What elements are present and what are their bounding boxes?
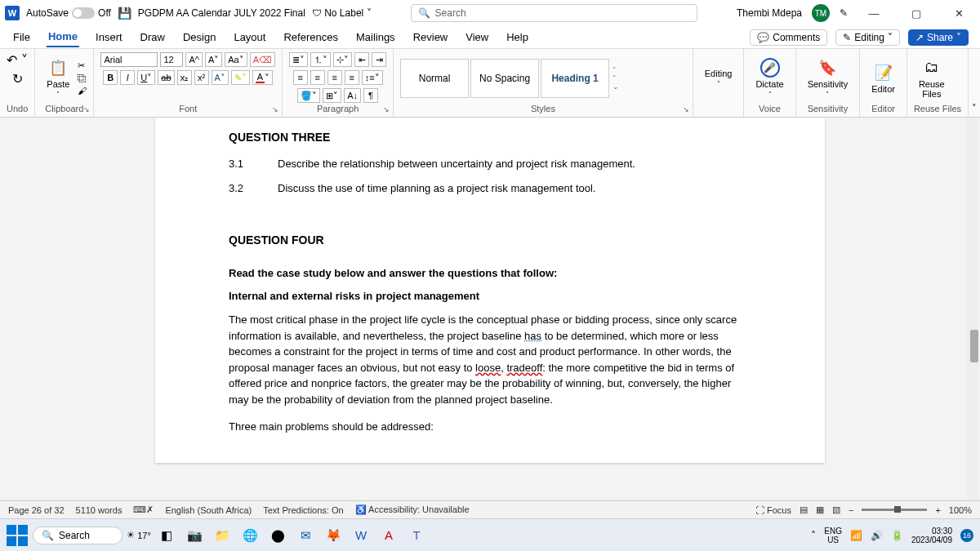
- search-input[interactable]: 🔍 Search: [411, 4, 697, 22]
- format-painter-icon[interactable]: 🖌: [78, 86, 87, 96]
- ribbon-display-icon[interactable]: ✎: [840, 7, 848, 19]
- shading-icon[interactable]: 🪣˅: [297, 88, 320, 103]
- highlight-icon[interactable]: ✎˅: [231, 70, 250, 85]
- battery-icon[interactable]: 🔋: [891, 530, 903, 541]
- acrobat-icon[interactable]: A: [377, 524, 400, 547]
- undo-icon[interactable]: ↶ ˅: [7, 52, 27, 68]
- start-button[interactable]: [7, 525, 28, 546]
- language-indicator[interactable]: ENGUS: [824, 527, 842, 544]
- styles-launcher-icon[interactable]: ↘: [683, 105, 689, 113]
- paste-button[interactable]: 📋 Paste ˅: [42, 56, 74, 100]
- bullets-icon[interactable]: ≣˅: [289, 52, 308, 67]
- tab-draw[interactable]: Draw: [139, 28, 167, 47]
- style-no-spacing[interactable]: No Spacing: [470, 59, 539, 98]
- sensitivity-label[interactable]: 🛡 No Label ˅: [312, 7, 372, 19]
- grow-font-icon[interactable]: A^: [185, 52, 203, 67]
- vertical-scrollbar[interactable]: [967, 118, 978, 500]
- styles-scroll[interactable]: ˄˅⌄: [612, 66, 619, 91]
- scrollbar-thumb[interactable]: [970, 330, 978, 362]
- text-effects-icon[interactable]: A˅: [212, 70, 229, 85]
- tab-review[interactable]: Review: [412, 28, 450, 47]
- autosave-toggle[interactable]: AutoSave Off: [26, 7, 111, 19]
- tab-view[interactable]: View: [464, 28, 490, 47]
- font-size-input[interactable]: [160, 52, 183, 67]
- close-button[interactable]: ✕: [942, 7, 975, 20]
- sort-icon[interactable]: A↓: [344, 88, 361, 103]
- increase-indent-icon[interactable]: ⇥: [372, 52, 386, 67]
- explorer-icon[interactable]: 📁: [211, 524, 234, 547]
- outlook-icon[interactable]: ✉: [294, 524, 317, 547]
- multilevel-icon[interactable]: ⊹˅: [333, 52, 352, 67]
- borders-icon[interactable]: ⊞˅: [323, 88, 341, 103]
- spellcheck-icon[interactable]: ⌨✗: [133, 504, 154, 515]
- styles-gallery[interactable]: Normal No Spacing Heading 1: [400, 59, 609, 98]
- clipboard-launcher-icon[interactable]: ↘: [83, 105, 90, 113]
- align-left-icon[interactable]: ≡: [293, 70, 308, 85]
- minimize-button[interactable]: —: [858, 7, 890, 20]
- tab-mailings[interactable]: Mailings: [354, 28, 397, 47]
- tray-chevron-icon[interactable]: ˄: [811, 530, 816, 541]
- tab-help[interactable]: Help: [505, 28, 530, 47]
- underline-icon[interactable]: U˅: [137, 70, 155, 85]
- bold-icon[interactable]: B: [103, 70, 118, 85]
- line-spacing-icon[interactable]: ↕≡˅: [362, 70, 383, 85]
- status-page[interactable]: Page 26 of 32: [8, 505, 65, 515]
- dictate-button[interactable]: 🎤Dictate˅: [751, 56, 788, 100]
- comments-button[interactable]: 💬 Comments: [750, 29, 827, 46]
- zoom-slider[interactable]: [862, 509, 927, 511]
- status-language[interactable]: English (South Africa): [165, 505, 252, 515]
- focus-mode-button[interactable]: ⛶ Focus: [755, 505, 791, 515]
- redo-icon[interactable]: ↻: [12, 71, 23, 87]
- tab-file[interactable]: File: [11, 28, 32, 47]
- tab-home[interactable]: Home: [47, 27, 79, 47]
- weather-widget[interactable]: ☀17°: [127, 524, 150, 547]
- document-area[interactable]: ▲ QUESTION THREE 3.1 Describe the relati…: [0, 118, 980, 500]
- taskbar-search[interactable]: 🔍Search: [33, 527, 122, 544]
- firefox-icon[interactable]: 🦊: [322, 524, 345, 547]
- print-layout-icon[interactable]: ▦: [816, 504, 824, 515]
- camera-app-icon[interactable]: 📷: [183, 524, 206, 547]
- chrome-icon[interactable]: ⬤: [266, 524, 289, 547]
- word-taskbar-icon[interactable]: W: [350, 524, 372, 547]
- toggle-icon[interactable]: [72, 7, 95, 19]
- subscript-icon[interactable]: x₂: [177, 70, 192, 85]
- numbering-icon[interactable]: ⒈˅: [310, 52, 331, 67]
- status-predictions[interactable]: Text Predictions: On: [263, 505, 343, 515]
- shrink-font-icon[interactable]: A˅: [205, 52, 222, 67]
- editor-button[interactable]: 📝Editor: [866, 61, 900, 96]
- tab-design[interactable]: Design: [181, 28, 217, 47]
- task-view-icon[interactable]: ◧: [155, 524, 178, 547]
- web-layout-icon[interactable]: ▧: [832, 504, 840, 515]
- notification-badge[interactable]: 16: [960, 529, 973, 542]
- teams-icon[interactable]: T: [405, 524, 428, 547]
- tab-layout[interactable]: Layout: [232, 28, 267, 47]
- change-case-icon[interactable]: Aa˅: [225, 52, 247, 67]
- tab-references[interactable]: References: [282, 28, 339, 47]
- zoom-value[interactable]: 100%: [949, 505, 972, 515]
- avatar[interactable]: TM: [812, 4, 830, 22]
- edge-icon[interactable]: 🌐: [238, 524, 261, 547]
- font-color-icon[interactable]: A˅: [252, 70, 273, 85]
- editing-mode-button[interactable]: ✎ Editing ˅: [835, 29, 900, 46]
- clear-format-icon[interactable]: A⌫: [250, 52, 275, 67]
- maximize-button[interactable]: ▢: [900, 7, 933, 20]
- cut-icon[interactable]: ✂: [78, 60, 87, 71]
- show-marks-icon[interactable]: ¶: [363, 88, 378, 103]
- font-name-input[interactable]: [100, 52, 158, 67]
- status-words[interactable]: 5110 words: [76, 505, 122, 515]
- tab-insert[interactable]: Insert: [94, 28, 124, 47]
- copy-icon[interactable]: ⿻: [78, 73, 87, 83]
- clock[interactable]: 03:302023/04/09: [911, 527, 952, 544]
- share-button[interactable]: ↗ Share ˅: [908, 29, 969, 46]
- para-launcher-icon[interactable]: ↘: [383, 105, 390, 113]
- save-icon[interactable]: 💾: [118, 7, 131, 20]
- style-normal[interactable]: Normal: [400, 59, 469, 98]
- reuse-files-button[interactable]: 🗂Reuse Files: [914, 56, 950, 100]
- decrease-indent-icon[interactable]: ⇤: [354, 52, 369, 67]
- volume-icon[interactable]: 🔊: [871, 530, 883, 541]
- align-right-icon[interactable]: ≡: [327, 70, 342, 85]
- strikethrough-icon[interactable]: ab: [158, 70, 174, 85]
- zoom-in-icon[interactable]: +: [935, 505, 940, 515]
- collapse-ribbon-icon[interactable]: ˅: [969, 49, 980, 117]
- superscript-icon[interactable]: x²: [194, 70, 209, 85]
